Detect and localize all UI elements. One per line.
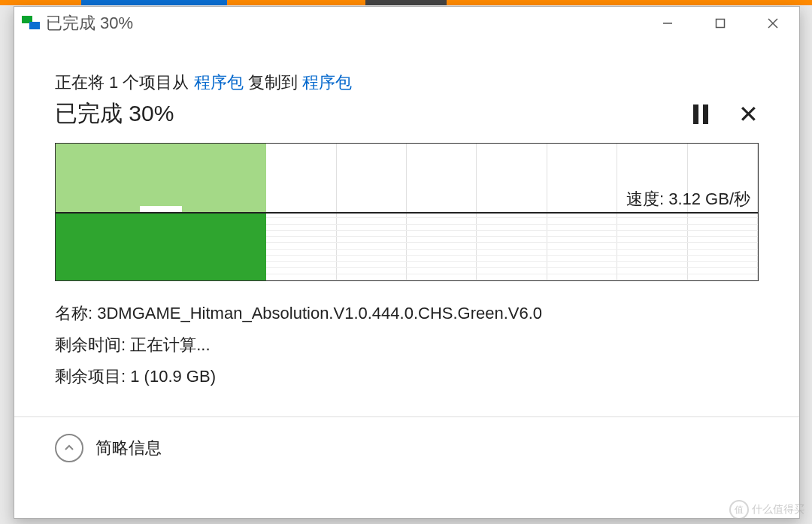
speed-chart: 速度: 3.12 GB/秒 [55, 143, 759, 281]
copy-sentence: 正在将 1 个项目从 程序包 复制到 程序包 [55, 71, 759, 94]
time-label: 剩余时间: [55, 335, 130, 354]
content-area: 正在将 1 个项目从 程序包 复制到 程序包 已完成 30% ✕ 速度: 3.1… [14, 40, 799, 462]
footer-row: 简略信息 [55, 417, 759, 462]
watermark-icon: 值 [729, 500, 749, 519]
cancel-button[interactable]: ✕ [738, 104, 759, 124]
window-title: 已完成 30% [46, 12, 641, 35]
watermark-text: 什么值得买 [752, 503, 804, 516]
time-value: 正在计算... [130, 335, 210, 354]
detail-time-row: 剩余时间: 正在计算... [55, 334, 759, 356]
minimize-button[interactable] [641, 7, 694, 40]
chart-progress-fill [56, 212, 266, 280]
name-label: 名称: [55, 304, 97, 323]
destination-link[interactable]: 程序包 [302, 73, 352, 92]
progress-title: 已完成 30% [55, 98, 174, 129]
chart-speed-area [56, 144, 266, 212]
copy-dialog-window: 已完成 30% 正在将 1 个项目从 程序包 复制到 程序包 已完成 30% ✕ [14, 6, 800, 519]
speed-label: 速度: 3.12 GB/秒 [626, 188, 750, 211]
detail-name-row: 名称: 3DMGAME_Hitman_Absolution.V1.0.444.0… [55, 302, 759, 325]
footer-label[interactable]: 简略信息 [95, 437, 162, 459]
pause-button[interactable] [693, 104, 713, 124]
close-button[interactable] [747, 7, 799, 40]
copy-icon [22, 14, 40, 32]
progress-header-row: 已完成 30% ✕ [55, 98, 759, 129]
collapse-button[interactable] [55, 434, 83, 462]
progress-controls: ✕ [693, 104, 759, 124]
titlebar[interactable]: 已完成 30% [14, 7, 799, 40]
items-value: 1 (10.9 GB) [130, 367, 216, 386]
chart-speed-dip [140, 206, 182, 212]
watermark: 值 什么值得买 [729, 500, 804, 519]
items-label: 剩余项目: [55, 367, 130, 386]
name-value: 3DMGAME_Hitman_Absolution.V1.0.444.0.CHS… [97, 304, 542, 323]
sentence-mid: 复制到 [244, 73, 302, 92]
chart-midline [56, 212, 758, 214]
sentence-prefix: 正在将 1 个项目从 [55, 73, 194, 92]
background-taskbar [0, 0, 812, 5]
detail-items-row: 剩余项目: 1 (10.9 GB) [55, 365, 759, 388]
maximize-button[interactable] [694, 7, 747, 40]
svg-rect-1 [717, 20, 725, 28]
source-link[interactable]: 程序包 [194, 73, 244, 92]
